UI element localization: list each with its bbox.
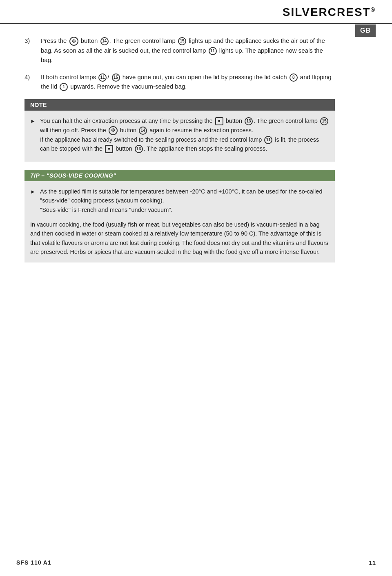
button-14b-circle: 14	[139, 127, 147, 135]
model-number: SFS 110 A1	[16, 559, 51, 566]
page-footer: SFS 110 A1 11	[0, 555, 392, 566]
step-3-text: Press the button 14. The green control l…	[41, 36, 335, 65]
step-4-number: 4)	[24, 72, 41, 91]
lamp-15b-circle: 15	[112, 73, 120, 82]
stop-button-icon	[215, 117, 223, 125]
arrow-marker-1: ►	[30, 117, 37, 153]
lamp-11-circle: 11	[209, 47, 217, 55]
lamp-11c-circle: 11	[264, 136, 272, 144]
page-header: SILVERCREST®	[0, 0, 392, 24]
brand-logo: SILVERCREST®	[283, 6, 376, 19]
note-content: ► You can halt the air extraction proces…	[24, 111, 335, 162]
note-header: NOTE	[24, 99, 335, 111]
tip-paragraph-1: In vacuum cooking, the food (usually fis…	[30, 220, 329, 257]
language-badge: GB	[355, 24, 376, 37]
step-3: 3) Press the button 14. The green contro…	[24, 36, 335, 65]
lamp-11b-circle: 11	[98, 73, 107, 82]
step-4: 4) If both control lamps 11/ 15 have gon…	[24, 72, 335, 91]
button-13b-circle: 13	[135, 145, 143, 153]
arrow-marker-tip: ►	[30, 188, 37, 214]
tip-item-1: ► As the supplied film is suitable for t…	[30, 187, 329, 214]
note-item-1-text: You can halt the air extraction process …	[40, 116, 329, 153]
step-3-number: 3)	[24, 36, 41, 65]
note-box: NOTE ► You can halt the air extraction p…	[24, 99, 335, 162]
lamp-15-circle: 15	[178, 37, 186, 45]
vacuum-button-icon	[69, 37, 78, 46]
tip-box: TIP – "SOUS-VIDE COOKING" ► As the suppl…	[24, 170, 335, 262]
stop-button-icon-2	[105, 145, 113, 153]
catch-8-circle: 8	[290, 73, 298, 82]
page-number: 11	[369, 559, 376, 566]
step-4-text: If both control lamps 11/ 15 have gone o…	[41, 72, 335, 91]
tip-item-1-text: As the supplied film is suitable for tem…	[40, 187, 329, 214]
main-content: 3) Press the button 14. The green contro…	[0, 24, 351, 283]
lid-1-circle: 1	[60, 83, 68, 91]
note-item-1: ► You can halt the air extraction proces…	[30, 116, 329, 153]
button-13-circle: 13	[245, 117, 253, 125]
vacuum-button-icon-2	[109, 126, 118, 135]
button-14-circle: 14	[100, 37, 109, 45]
tip-header: TIP – "SOUS-VIDE COOKING"	[24, 170, 335, 181]
tip-content: ► As the supplied film is suitable for t…	[24, 181, 335, 262]
lamp-15c-circle: 15	[320, 117, 328, 125]
